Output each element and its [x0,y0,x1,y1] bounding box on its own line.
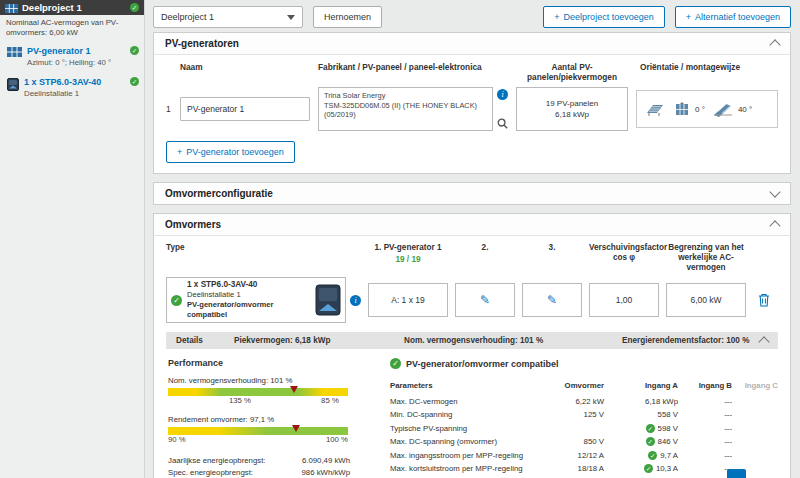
info-icon[interactable]: i [497,89,508,100]
param-inverter-value: 125 V [544,408,604,422]
add-subproject-button[interactable]: + Deelproject toevoegen [543,6,664,28]
azimuth-value: 0 ° [695,105,705,114]
inverter-type-box[interactable]: ✓ 1 x STP6.0-3AV-40 Deelinstallatie 1 PV… [166,277,346,323]
param-input-c-value [736,422,778,436]
col-inverter: Omvormer [544,377,604,395]
cos-phi-box[interactable]: 1,00 [589,283,659,317]
chat-button[interactable] [727,469,746,478]
power-ratio-summary: Nom. vermogensverhouding: 101 % [404,336,622,345]
section-title: Omvormers [165,219,221,230]
pv-generator-name-input[interactable] [180,97,310,121]
panel-date: (05/2019) [324,110,487,120]
generator-1-assigned-count: 19 / 19 [368,255,448,265]
panel-selection-box[interactable]: Trina Solar Energy TSM-325DD06M.05 (II) … [318,87,493,131]
azimuth-icon [673,102,691,117]
ac-limit-box[interactable]: 6,00 kW [666,283,746,317]
check-icon: ✓ [390,358,401,369]
power-ratio-bar [168,388,348,396]
bar-marker-icon [292,425,300,432]
plus-icon: + [686,12,691,22]
mounting-icon [644,102,666,117]
sidebar-item-label: 1 x STP6.0-3AV-40 [24,77,125,88]
sidebar-item-pv-generator[interactable]: PV-generator 1 Azimut: 0 °; Helling: 40 … [0,42,144,73]
panel-count-box[interactable]: 19 PV-panelen 6,18 kWp [516,87,628,131]
performance-stats: Jaarlijkse energieopbrengst: 6.090,49 kW… [168,455,350,478]
efficiency-bar-label: Rendement omvormer: 97,1 % [168,415,350,424]
check-icon: ✓ [171,295,182,306]
param-input-a-value: ✓ 598 V [608,422,678,436]
chevron-down-icon [769,186,780,197]
param-inverter-value: 850 V [544,435,604,449]
sidebar-item-sub: Azimut: 0 °; Helling: 40 ° [27,58,125,68]
inverter-compatibility: PV-generator/omvormer compatibel [187,300,310,320]
panel-manufacturer: Trina Solar Energy [324,91,487,101]
col-generator-1-label: 1. PV-generator 1 [375,243,442,252]
inverter-config-header[interactable]: Omvormerconfiguratie [154,183,790,204]
param-input-b-value: --- [682,462,732,476]
compatibility-heading: ✓ PV-generator/omvormer compatibel [390,358,778,369]
col-name: Naam [180,62,310,82]
delete-inverter-button[interactable] [753,293,775,307]
generator-3-edit-box[interactable]: ✎ [522,283,582,317]
param-label: Max. DC-spanning (omvormer) [390,435,540,449]
sidebar-item-deelproject[interactable]: Deelproject 1 ✓ Nominaal AC-vermogen van… [0,0,144,42]
pv-generators-section: PV-generatoren Naam Fabrikant / PV-panee… [153,32,791,174]
param-input-b-value: --- [682,408,732,422]
param-value-text: 846 V [658,435,678,449]
inverter-icon [7,78,19,91]
param-inverter-value: 18/18 A [544,462,604,476]
sidebar-item-inverter[interactable]: 1 x STP6.0-3AV-40 Deelinstallatie 1 ✓ [0,73,144,104]
project-select[interactable]: Deelproject 1 [153,6,303,28]
rename-button[interactable]: Hernoemen [313,6,382,28]
mounting-type-segment[interactable] [644,102,666,117]
info-icon[interactable]: i [350,295,361,306]
panel-model: TSM-325DD06M.05 (II) (THE HONEY BLACK) [324,101,487,111]
col-manufacturer: Fabrikant / PV-paneel / paneel-elektroni… [318,62,508,82]
inverter-image [315,284,341,316]
row-index: 1 [166,104,180,114]
toolbar: Deelproject 1 Hernoemen + Deelproject to… [145,0,800,32]
plus-icon: + [554,12,559,22]
performance-title: Performance [168,358,350,368]
add-subproject-label: Deelproject toevoegen [564,12,654,22]
chevron-up-icon[interactable] [758,336,769,347]
param-input-c-value [736,408,778,422]
main-content: Deelproject 1 Hernoemen + Deelproject to… [145,0,800,478]
inverters-body: Type 1. PV-generator 1 19 / 19 2. 3. Ver… [154,236,790,478]
generator-2-edit-box[interactable]: ✎ [455,283,515,317]
add-alternative-button[interactable]: + Alternatief toevoegen [675,6,791,28]
generator-1-assignment-box[interactable]: A: 1 x 19 [368,283,448,317]
param-value-text: 9,7 A [660,449,678,463]
param-input-b-value: --- [682,422,732,436]
performance-panel: Performance Nom. vermogensverhouding: 10… [168,358,350,478]
param-input-b-value: --- [682,435,732,449]
check-icon: ✓ [644,464,653,473]
col-generator-2: 2. [455,243,515,253]
panel-cell: Trina Solar Energy TSM-325DD06M.05 (II) … [318,87,508,131]
param-input-c-value [736,395,778,409]
search-icon[interactable] [497,118,508,129]
peak-power-summary: Piekvermogen: 6,18 kWp [234,336,404,345]
sidebar-item-label: PV-generator 1 [27,46,125,57]
col-count: Aantal PV-panelen/piekvermogen [516,62,628,82]
tilt-icon [712,102,734,117]
add-pv-generator-label: PV-generator toevoegen [186,147,284,157]
param-input-a-value: ✓ 9,7 A [608,449,678,463]
pv-generator-row: 1 Trina Solar Energy TSM-325DD06M.05 (II… [166,87,778,131]
azimuth-segment[interactable]: 0 ° [673,102,705,117]
tilt-segment[interactable]: 40 ° [712,102,752,117]
add-pv-generator-button[interactable]: + PV-generator toevoegen [166,141,295,163]
stat-value: 6.090,49 kWh [302,455,350,467]
ac-limit-value: 6,00 kW [690,295,721,305]
param-inverter-value [544,422,604,436]
section-title: Omvormerconfiguratie [165,188,273,199]
pv-generators-header[interactable]: PV-generatoren [154,33,790,55]
inverters-header[interactable]: Omvormers [154,214,790,236]
details-bar: Details Piekvermogen: 6,18 kWp Nom. verm… [166,332,778,349]
param-input-a-value: ✓ 846 V [608,435,678,449]
param-input-a-value: 6,18 kWp [608,395,678,409]
col-generator-1: 1. PV-generator 1 19 / 19 [368,243,448,265]
pv-panel-icon [5,4,18,13]
param-input-b-value: --- [682,395,732,409]
inverter-row: ✓ 1 x STP6.0-3AV-40 Deelinstallatie 1 PV… [166,277,778,323]
